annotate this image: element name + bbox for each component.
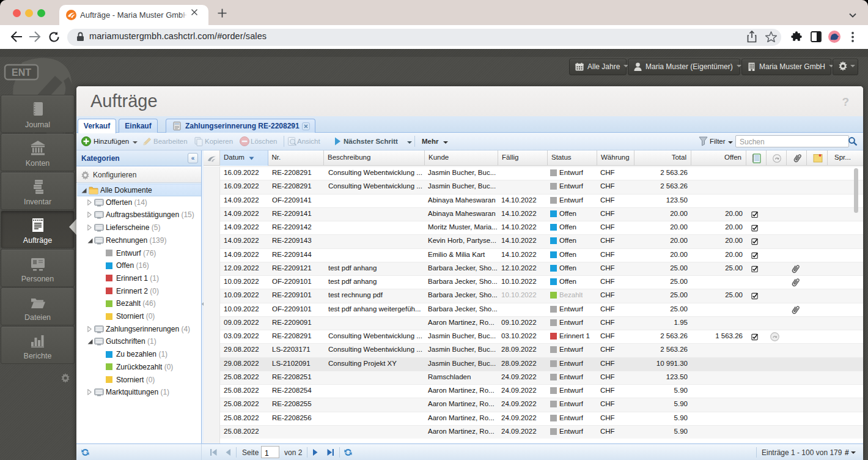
svg-text:ENT: ENT	[12, 67, 31, 78]
